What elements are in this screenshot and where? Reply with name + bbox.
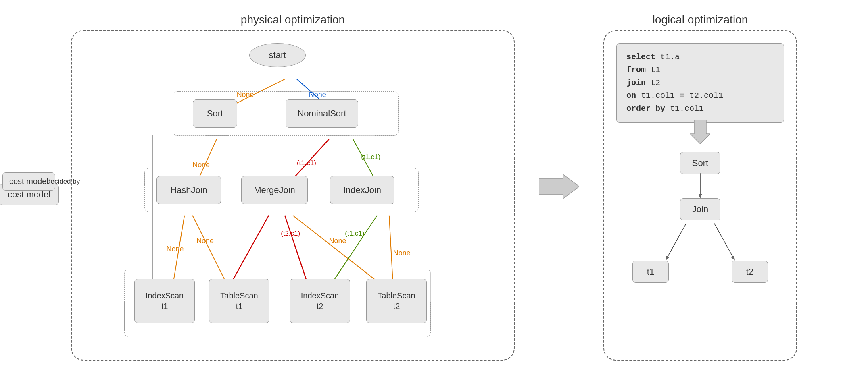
- svg-marker-27: [690, 120, 710, 144]
- svg-text:(t1.c1): (t1.c1): [297, 159, 316, 167]
- svg-text:(t2.c1): (t2.c1): [281, 230, 300, 237]
- indexscan-t1-node: IndexScan t1: [134, 279, 195, 323]
- code-box: select t1.a from t1 join t2 on t1.col1 =…: [616, 43, 784, 123]
- tablescan-t1-node: TableScan t1: [209, 279, 269, 323]
- sort-node: Sort: [193, 99, 237, 128]
- indexscan-t2-node: IndexScan t2: [290, 279, 350, 323]
- svg-text:(t1.c1): (t1.c1): [361, 153, 380, 161]
- physical-dashed-border: cost model: [71, 30, 515, 361]
- nominalsort-node: NominalSort: [286, 99, 358, 128]
- logical-sort-node: Sort: [680, 152, 720, 174]
- mergejoin-node: MergeJoin: [241, 176, 308, 204]
- decided-by-label: decided by: [47, 178, 80, 186]
- tablescan-t2-node: TableScan t2: [366, 279, 427, 323]
- svg-text:None: None: [167, 245, 184, 253]
- svg-line-30: [714, 224, 734, 260]
- physical-section: physical optimization cost model: [71, 13, 515, 360]
- svg-text:None: None: [196, 237, 214, 245]
- svg-text:(t1.c1): (t1.c1): [345, 230, 364, 237]
- logical-join-node: Join: [680, 198, 720, 220]
- section-arrow: [539, 174, 579, 199]
- main-container: physical optimization cost model: [0, 0, 868, 373]
- logical-section: logical optimization select t1.a from t1…: [603, 13, 797, 360]
- start-node: start: [249, 43, 306, 67]
- hashjoin-node: HashJoin: [156, 176, 221, 204]
- down-arrow: [690, 120, 710, 145]
- logical-dashed-border: select t1.a from t1 join t2 on t1.col1 =…: [603, 30, 797, 361]
- indexjoin-node: IndexJoin: [330, 176, 394, 204]
- logical-t2-node: t2: [732, 261, 768, 283]
- physical-title: physical optimization: [71, 13, 515, 26]
- svg-text:None: None: [329, 237, 346, 245]
- svg-text:None: None: [393, 249, 411, 257]
- logical-t1-node: t1: [632, 261, 669, 283]
- svg-line-29: [666, 224, 686, 260]
- logical-title: logical optimization: [603, 13, 797, 26]
- svg-marker-26: [539, 174, 579, 199]
